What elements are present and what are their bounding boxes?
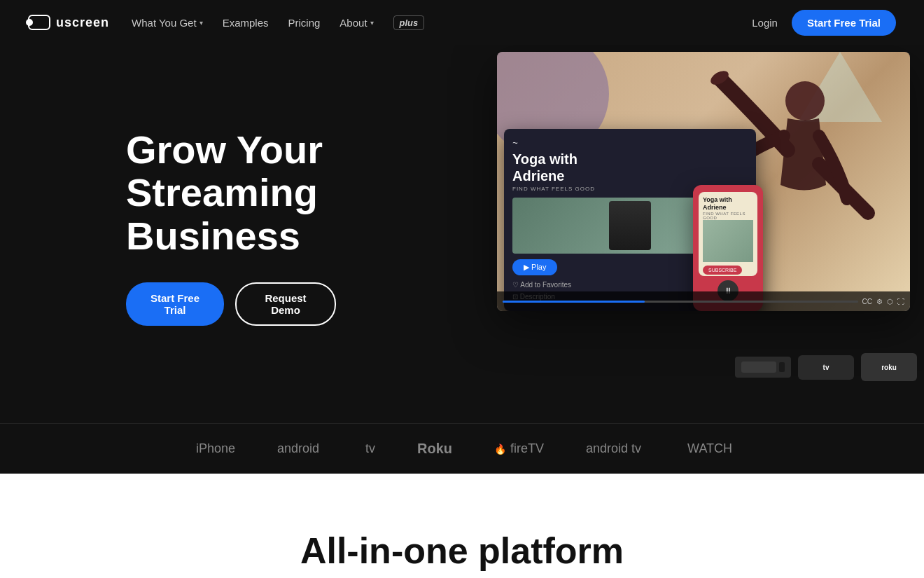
logo-text: uscreen	[56, 15, 109, 30]
progress-fill	[503, 301, 645, 303]
platform-firetv: 🔥 fireTV	[494, 441, 544, 456]
watch-label: WATCH	[687, 441, 732, 456]
hero-title: Grow Your Streaming Business	[126, 128, 336, 258]
hero-section: Grow Your Streaming Business Start Free …	[0, 45, 924, 423]
logo-icon	[28, 15, 50, 30]
hero-visuals: ~ Yoga with Adriene FIND WHAT FEELS GOOD…	[448, 45, 924, 423]
laptop-video-title: Yoga with Adriene	[512, 151, 748, 184]
screen-content: ~ Yoga with Adriene FIND WHAT FEELS GOOD…	[497, 52, 910, 311]
roku-device: roku	[861, 353, 917, 381]
hero-content: Grow Your Streaming Business Start Free …	[0, 128, 336, 326]
cc-icon[interactable]: CC	[862, 298, 872, 305]
laptop-logo: ~	[512, 137, 748, 148]
request-demo-button[interactable]: Request Demo	[235, 282, 336, 326]
all-in-one-section: All-in-one platform “You focus on qualit…	[0, 474, 924, 578]
platforms-bar: iPhone android tv Roku 🔥 fireTV android …	[0, 423, 924, 474]
hero-buttons: Start Free Trial Request Demo	[126, 282, 336, 326]
nav-link-pricing[interactable]: Pricing	[288, 17, 320, 29]
laptop-thumb-person	[609, 201, 651, 250]
nav-right: Login Start Free Trial	[752, 10, 896, 36]
roku-label: Roku	[417, 441, 452, 457]
chevron-down-icon: ▾	[200, 19, 203, 27]
android-label: android	[277, 441, 319, 456]
start-trial-button[interactable]: Start Free Trial	[792, 10, 896, 36]
fullscreen-icon[interactable]: ⛶	[897, 298, 904, 305]
phone-screen: Yoga with Adriene FIND WHAT FEELS GOOD S…	[699, 192, 757, 276]
play-button[interactable]: ▶ Play	[512, 259, 557, 275]
platform-iphone: iPhone	[192, 441, 235, 456]
nav-link-examples[interactable]: Examples	[223, 17, 269, 29]
plus-badge[interactable]: plus	[393, 15, 425, 30]
all-in-one-title: All-in-one platform	[28, 530, 896, 572]
logo[interactable]: uscreen	[28, 15, 109, 30]
svg-point-0	[785, 81, 825, 121]
firetv-label: fireTV	[510, 441, 544, 456]
nav-link-what-you-get[interactable]: What You Get ▾	[132, 17, 203, 29]
nav-left: uscreen What You Get ▾ Examples Pricing …	[28, 15, 424, 30]
login-button[interactable]: Login	[752, 17, 778, 29]
devices-row: tv roku	[735, 353, 917, 381]
cast-icon[interactable]: ⬡	[887, 298, 893, 305]
apple-tv-label: tv	[823, 364, 830, 371]
phone-content: Yoga with Adriene FIND WHAT FEELS GOOD S…	[699, 192, 757, 276]
androidtv-label: android tv	[586, 441, 641, 456]
phone-thumbnail	[703, 220, 753, 262]
platform-androidtv: android tv	[586, 441, 641, 456]
video-controls: CC ⚙ ⬡ ⛶	[497, 291, 910, 311]
nav-link-about[interactable]: About ▾	[340, 17, 373, 29]
apple-tv-device: tv	[798, 355, 854, 380]
start-free-trial-button[interactable]: Start Free Trial	[126, 282, 224, 326]
progress-bar[interactable]	[503, 301, 858, 303]
subscribe-button[interactable]: SUBSCRIBE	[703, 266, 742, 275]
fire-icon: 🔥	[494, 443, 506, 455]
nav-links: What You Get ▾ Examples Pricing About ▾ …	[132, 15, 424, 30]
fire-stick-device	[735, 357, 791, 378]
platform-watch: WATCH	[683, 441, 732, 456]
iphone-label: iPhone	[196, 441, 235, 456]
platform-appletv: tv	[361, 441, 375, 456]
settings-icon[interactable]: ⚙	[876, 298, 883, 305]
roku-device-label: roku	[881, 364, 897, 371]
phone-subtitle: FIND WHAT FEELS GOOD	[703, 212, 753, 220]
screen-mockup: ~ Yoga with Adriene FIND WHAT FEELS GOOD…	[497, 52, 910, 311]
chevron-down-icon: ▾	[370, 19, 374, 27]
appletv-label: tv	[365, 441, 375, 456]
platform-roku: Roku	[417, 441, 452, 457]
platform-android: android	[277, 441, 319, 456]
phone-title: Yoga with Adriene	[703, 196, 753, 212]
navbar: uscreen What You Get ▾ Examples Pricing …	[0, 0, 924, 45]
